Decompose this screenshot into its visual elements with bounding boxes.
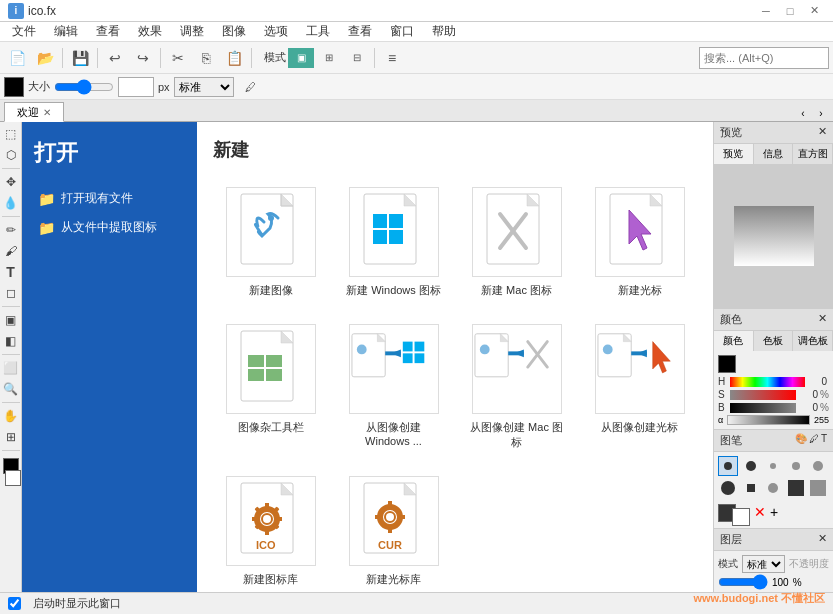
open-button[interactable]: 📂 xyxy=(32,45,58,71)
s-slider[interactable] xyxy=(730,390,796,400)
brush-header-btns: 🎨 🖊 T xyxy=(795,433,827,448)
tab-close-welcome[interactable]: ✕ xyxy=(43,107,51,118)
from-cursor-item[interactable]: 从图像创建光标 xyxy=(582,315,697,459)
from-mac-item[interactable]: 从图像创建 Mac 图标 xyxy=(459,315,574,459)
size-slider[interactable] xyxy=(54,80,114,94)
brush-10[interactable] xyxy=(808,478,828,498)
tool-hand[interactable]: ✋ xyxy=(1,406,21,426)
preview-close[interactable]: ✕ xyxy=(818,125,827,140)
color-swatch-main[interactable] xyxy=(4,77,24,97)
h-value: 0 xyxy=(807,376,827,387)
menu-edit[interactable]: 编辑 xyxy=(46,21,86,42)
menu-file[interactable]: 文件 xyxy=(4,21,44,42)
h-slider[interactable] xyxy=(730,377,805,387)
tab-next[interactable]: › xyxy=(813,105,829,121)
menu-tools[interactable]: 工具 xyxy=(298,21,338,42)
tool-brush[interactable]: 🖌 xyxy=(1,241,21,261)
redo-button[interactable]: ↪ xyxy=(130,45,156,71)
tool-crop[interactable]: ⊞ xyxy=(1,427,21,447)
layer-mode-select[interactable]: 标准 xyxy=(742,555,785,573)
tool-shape[interactable]: ◻ xyxy=(1,283,21,303)
startup-checkbox[interactable] xyxy=(8,597,21,610)
new-image-item[interactable]: 新建图像 xyxy=(213,178,328,307)
menu-effect[interactable]: 效果 xyxy=(130,21,170,42)
new-mac-item[interactable]: 新建 Mac 图标 xyxy=(459,178,574,307)
menu-help[interactable]: 帮助 xyxy=(424,21,464,42)
copy-button[interactable]: ⎘ xyxy=(193,45,219,71)
color-panel: H 0 S 0 % xyxy=(714,351,833,429)
close-button[interactable]: ✕ xyxy=(803,3,825,19)
size-input[interactable]: 50 xyxy=(118,77,154,97)
right-tab-info[interactable]: 信息 xyxy=(754,144,794,164)
b-slider[interactable] xyxy=(730,403,796,413)
undo-button[interactable]: ↩ xyxy=(102,45,128,71)
search-input[interactable] xyxy=(699,47,829,69)
minimize-button[interactable]: ─ xyxy=(755,3,777,19)
brush-bg[interactable] xyxy=(732,508,750,526)
brush-color-icon[interactable]: 🖊 xyxy=(809,433,819,448)
toolbar-extra[interactable]: ≡ xyxy=(379,45,405,71)
brush-7[interactable] xyxy=(741,478,761,498)
tool-zoom[interactable]: 🔍 xyxy=(1,379,21,399)
open-file-item[interactable]: 📁 打开现有文件 xyxy=(34,188,185,209)
menu-view2[interactable]: 查看 xyxy=(340,21,380,42)
color-tab-swatch[interactable]: 色板 xyxy=(754,331,794,351)
background-color[interactable] xyxy=(5,470,21,486)
brush-5[interactable] xyxy=(808,456,828,476)
mode-btn3[interactable]: ⊟ xyxy=(344,48,370,68)
color-black-swatch[interactable] xyxy=(718,355,736,373)
tool-move[interactable]: ✥ xyxy=(1,172,21,192)
new-button[interactable]: 📄 xyxy=(4,45,30,71)
brush-text-icon[interactable]: T xyxy=(821,433,827,448)
menu-view[interactable]: 查看 xyxy=(88,21,128,42)
menu-image[interactable]: 图像 xyxy=(214,21,254,42)
tool-select[interactable]: ⬚ xyxy=(1,124,21,144)
maximize-button[interactable]: □ xyxy=(779,3,801,19)
menu-window[interactable]: 窗口 xyxy=(382,21,422,42)
cut-button[interactable]: ✂ xyxy=(165,45,191,71)
tab-welcome[interactable]: 欢迎 ✕ xyxy=(4,102,64,122)
paste-button[interactable]: 📋 xyxy=(221,45,247,71)
tab-prev[interactable]: ‹ xyxy=(795,105,811,121)
brush-1[interactable] xyxy=(718,456,738,476)
right-tab-preview[interactable]: 预览 xyxy=(714,144,754,164)
brush-add[interactable]: + xyxy=(770,504,778,526)
alpha-slider[interactable] xyxy=(727,415,810,425)
brush-paint-icon[interactable]: 🎨 xyxy=(795,433,807,448)
right-tab-histogram[interactable]: 直方图 xyxy=(793,144,833,164)
tool-lasso[interactable]: ⬡ xyxy=(1,145,21,165)
save-button[interactable]: 💾 xyxy=(67,45,93,71)
tool-gradient[interactable]: ◧ xyxy=(1,331,21,351)
new-cursor-item[interactable]: 新建光标 xyxy=(582,178,697,307)
tool-text[interactable]: T xyxy=(1,262,21,282)
cur-lib-item[interactable]: CUR 新建光标库 xyxy=(336,467,451,592)
mode-dropdown[interactable]: 标准 xyxy=(174,77,234,97)
brush-2[interactable] xyxy=(741,456,761,476)
brush-4[interactable] xyxy=(786,456,806,476)
from-windows-item[interactable]: 从图像创建 Windows ... xyxy=(336,315,451,459)
extract-icon-item[interactable]: 📁 从文件中提取图标 xyxy=(34,217,185,238)
tool-eraser[interactable]: ⬜ xyxy=(1,358,21,378)
toolbar-image-item[interactable]: 图像杂工具栏 xyxy=(213,315,328,459)
ico-lib-item[interactable]: ICO 新建图标库 xyxy=(213,467,328,592)
mode-btn1[interactable]: ▣ xyxy=(288,48,314,68)
color-tab-color[interactable]: 颜色 xyxy=(714,331,754,351)
opacity-slider[interactable] xyxy=(718,576,768,588)
menu-option[interactable]: 选项 xyxy=(256,21,296,42)
mode-btn2[interactable]: ⊞ xyxy=(316,48,342,68)
tool-pencil[interactable]: ✏ xyxy=(1,220,21,240)
new-windows-item[interactable]: 新建 Windows 图标 xyxy=(336,178,451,307)
color-tab-palette[interactable]: 调色板 xyxy=(793,331,833,351)
brush-delete[interactable]: ✕ xyxy=(754,504,766,526)
brush-6[interactable] xyxy=(718,478,738,498)
layer-close[interactable]: ✕ xyxy=(818,532,827,547)
brush-9[interactable] xyxy=(786,478,806,498)
menu-adjust[interactable]: 调整 xyxy=(172,21,212,42)
tool-eyedrop[interactable]: 💧 xyxy=(1,193,21,213)
brush-8[interactable] xyxy=(763,478,783,498)
brush-extra[interactable]: 🖊 xyxy=(238,74,264,100)
color-close[interactable]: ✕ xyxy=(818,312,827,327)
brush-3[interactable] xyxy=(763,456,783,476)
tool-fill[interactable]: ▣ xyxy=(1,310,21,330)
b-percent: % xyxy=(820,402,829,413)
